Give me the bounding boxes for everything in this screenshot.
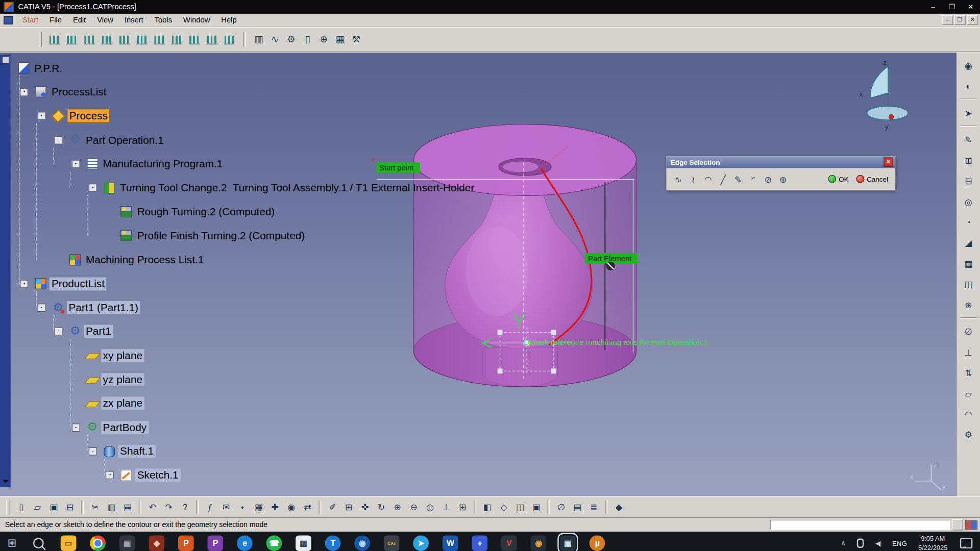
toolbar-grip[interactable] (39, 32, 42, 46)
toolbar-grip[interactable] (6, 499, 9, 514)
tree-expander-icon[interactable]: - (37, 304, 45, 312)
tree-node-sketch-1[interactable]: +Sketch.1 (106, 468, 180, 482)
graphic-properties-icon[interactable]: ◐ (961, 78, 976, 94)
tree-node-p-p-r[interactable]: P.P.R. (3, 61, 64, 75)
mirror-icon[interactable]: ◫ (961, 276, 976, 292)
hide-show-icon[interactable]: ◫ (512, 499, 528, 515)
notifications-icon[interactable] (960, 538, 972, 548)
selection-box-icon[interactable]: ⊞ (340, 499, 357, 515)
file-explorer-icon[interactable]: ▭ (61, 535, 77, 551)
child-restore-button[interactable]: ❐ (954, 15, 966, 25)
whats-this-icon[interactable]: ? (177, 499, 193, 515)
shaft-feature-icon[interactable]: ◎ (961, 194, 976, 210)
app-icon-11[interactable]: ◉ (355, 535, 371, 551)
process-table-icon-4[interactable] (100, 32, 114, 46)
tree-node-manufacturing-program-1[interactable]: -Manufacturing Program.1 (71, 157, 225, 171)
maximize-button[interactable]: ❐ (943, 0, 962, 14)
process-table-icon-10[interactable] (204, 32, 219, 46)
clock[interactable]: 9:05 AM 5/22/2025 (918, 535, 947, 551)
measure-icon[interactable]: ∅ (553, 499, 570, 515)
cancel-button[interactable]: Cancel (856, 175, 888, 183)
tree-node-rough-turning-2-computed[interactable]: Rough Turning.2 (Computed) (106, 205, 277, 219)
menu-start[interactable]: Start (17, 14, 44, 26)
language-indicator[interactable]: ENG (892, 539, 907, 547)
sketch-contour-icon[interactable]: ✎ (730, 171, 745, 186)
child-close-button[interactable]: ✕ (967, 15, 978, 25)
tree-expander-icon[interactable]: - (37, 112, 45, 120)
zoom-out-icon[interactable]: ⊖ (406, 499, 422, 515)
tree-expander-icon[interactable]: + (106, 471, 114, 480)
select-arrow-icon[interactable]: ➤ (961, 105, 976, 121)
telegram-icon[interactable]: ➤ (413, 535, 429, 551)
wireframe-icon[interactable]: ◇ (496, 499, 512, 515)
tree-node-productlist[interactable]: -ProductList (20, 277, 107, 291)
tree-node-yz-plane[interactable]: yz plane (71, 372, 144, 386)
line-contour-icon[interactable]: ╱ (716, 171, 730, 186)
word-icon[interactable]: W (443, 535, 458, 551)
speaker-icon[interactable]: ◀) (875, 540, 881, 546)
tree-node-part1-part1-1[interactable]: -Part1 (Part1.1) (37, 301, 140, 315)
copy-icon[interactable]: ▥ (103, 499, 119, 515)
axis-system-icon[interactable]: ⇅ (961, 365, 976, 381)
pan-icon[interactable]: ✜ (357, 499, 373, 515)
start-button[interactable]: ⊞ (8, 537, 16, 550)
app-icon-17[interactable]: ◉ (531, 535, 547, 551)
child-minimize-button[interactable]: – (942, 15, 953, 25)
tree-expander-icon[interactable]: - (55, 328, 63, 336)
tree-expander-icon[interactable]: - (20, 88, 29, 96)
post-process-icon[interactable]: ⚒ (348, 31, 364, 47)
tree-expander-icon[interactable]: - (71, 160, 80, 168)
exchange-icon[interactable]: ⇄ (300, 499, 316, 515)
tree-node-profile-finish-turning-2-computed[interactable]: Profile Finish Turning.2 (Computed) (106, 229, 306, 243)
app-icon-6[interactable]: P (208, 535, 224, 551)
app-icon-19[interactable]: µ (590, 535, 605, 551)
calculator-icon[interactable]: ▦ (296, 535, 311, 551)
process-table-icon-2[interactable] (64, 32, 79, 46)
add-element-icon[interactable]: ⊕ (776, 171, 791, 186)
tree-node-xy-plane[interactable]: xy plane (71, 348, 144, 362)
app-icon-10[interactable]: T (325, 535, 341, 551)
edge-browser-icon[interactable]: e (237, 535, 253, 551)
app-icon-4[interactable]: ◆ (149, 535, 165, 551)
chrome-icon[interactable] (90, 535, 106, 551)
app-icon-3[interactable]: ▣ (119, 535, 135, 551)
curve-contour-icon[interactable]: ◜ (746, 171, 761, 186)
tree-node-turning-tool-change-2-turning-tool-assembly-1-t1-external-insert-holder[interactable]: -Turning Tool Change.2 Turning Tool Asse… (89, 181, 476, 195)
sphere-render-icon[interactable]: ◉ (283, 499, 300, 515)
pocket-icon[interactable]: ⊟ (961, 173, 976, 189)
pattern-icon[interactable]: ▦ (961, 256, 976, 271)
process-table-icon-3[interactable] (82, 32, 96, 46)
plane-feature-icon[interactable]: ▱ (961, 386, 976, 402)
cat-tools-icon[interactable]: CAT (384, 535, 400, 551)
cut-icon[interactable]: ✂ (87, 499, 103, 515)
tree-node-machining-process-list-1[interactable]: Machining Process List.1 (55, 253, 206, 267)
title-bar[interactable]: CATIA V5 - [Process1.CATProcess] – ❐ ✕ (0, 0, 980, 14)
open-icon[interactable]: ▱ (30, 499, 46, 515)
fillet-icon[interactable]: ◔ (961, 214, 976, 230)
boolean-icon[interactable]: ⊕ (961, 297, 976, 313)
axis-icon[interactable]: ✚ (267, 499, 283, 515)
catia-window-icon[interactable]: ▣ (560, 535, 576, 551)
tool-path-verify-icon[interactable]: ▥ (251, 31, 267, 47)
surface-icon[interactable]: ◠ (961, 406, 976, 422)
point-icon[interactable]: • (234, 499, 251, 515)
edge-selection-dialog[interactable]: Edge Selection × ∿≀◠╱✎◜⊘⊕ OK Cancel (666, 156, 896, 191)
documentation-icon[interactable]: ▯ (300, 31, 316, 47)
tree-node-partbody[interactable]: -PartBody (71, 420, 149, 434)
pad-icon[interactable]: ⊞ (961, 153, 976, 168)
paste-icon[interactable]: ▤ (119, 499, 136, 515)
formula-icon[interactable]: ƒ (202, 499, 218, 515)
process-table-icon-6[interactable] (134, 32, 149, 46)
chamfer-icon[interactable]: ◢ (961, 235, 976, 251)
hidden-icons-chevron[interactable]: ∧ (841, 539, 846, 547)
tree-expander-icon[interactable]: - (20, 280, 29, 288)
tree-node-processlist[interactable]: -ProcessList (20, 85, 109, 99)
tool-table-icon[interactable]: ▦ (332, 31, 348, 47)
process-table-icon-5[interactable] (117, 32, 132, 46)
process-table-icon-8[interactable] (169, 32, 184, 46)
edge-navigation-icon[interactable]: ∿ (671, 171, 685, 186)
microphone-icon[interactable] (857, 539, 864, 548)
shading-icon[interactable]: ◧ (479, 499, 496, 515)
menu-tools[interactable]: Tools (149, 14, 178, 26)
command-history-button[interactable] (952, 519, 963, 531)
